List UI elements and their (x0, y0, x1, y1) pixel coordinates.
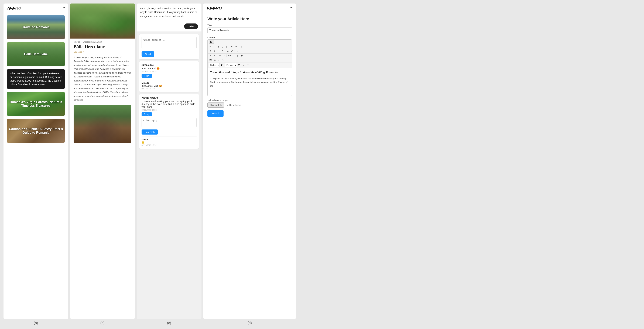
panel-b-bottom-image-overlay (74, 105, 132, 143)
blockquote-button[interactable]: ❝❝ (228, 54, 232, 58)
editor-paragraph: 1. Explore the Rich History: Romania is … (210, 77, 289, 88)
panel-b-body: Tucked away in the picturesque Cerna Val… (70, 56, 135, 105)
article-title-2: Băile Herculane (22, 51, 49, 58)
underline-button[interactable]: U (217, 50, 220, 53)
article-overlay-4: Romania's Virgin Forests: Nature's Timel… (7, 92, 65, 116)
help-button[interactable]: ? (246, 64, 250, 67)
submit-button[interactable]: Submit (208, 110, 224, 117)
choose-file-button[interactable]: Choose File (208, 102, 224, 108)
unlike-button-row: Unlike (137, 21, 202, 32)
indent-button[interactable]: ∗ (218, 54, 222, 58)
editor-toolbar: ⊞ ✂ ⧉ ⊞ ⊟ ⊞ ↩ ↪ ⌂ - (208, 40, 292, 96)
toolbar-sep-8 (241, 64, 242, 66)
editor-content: 1. Explore the Rich History: Romania is … (210, 77, 288, 87)
superscript-button[interactable]: x² (230, 50, 234, 53)
panel-c-top-text: nature, history, and relaxation intersec… (137, 4, 202, 21)
outdent-button[interactable]: ⇥ (222, 54, 226, 58)
article-card-5[interactable]: Caution on Cuisine: A Savvy Eater's Guid… (7, 118, 65, 143)
comment-1-reply-button[interactable]: Reply (142, 74, 152, 78)
hr-button[interactable]: — (232, 54, 236, 58)
article-title-4: Romania's Virgin Forests: Nature's Timel… (7, 99, 65, 109)
styles-arrow: ▼ (220, 64, 223, 67)
comment-2-reply-button[interactable]: Reply (142, 112, 152, 116)
redo-button[interactable]: ↪ (234, 45, 238, 48)
panel-d-content: Write your Article Here Title Content ⊞ … (203, 13, 296, 120)
source-button[interactable]: ⊞ (209, 40, 214, 44)
panel-b-label: (b) (100, 321, 104, 325)
bold-button[interactable]: B (209, 50, 212, 53)
align-button[interactable]: ≡ (217, 59, 220, 62)
toolbar-row-1: ✂ ⧉ ⊞ ⊟ ⊞ ↩ ↪ ⌂ - (208, 44, 292, 49)
comment-2-reply-date: 02/11/2023 10:52 (142, 144, 196, 146)
styles-select[interactable]: Styles (209, 63, 220, 67)
cut-button[interactable]: ✂ (209, 45, 212, 48)
ul-button[interactable]: ≡ (213, 54, 216, 58)
hamburger-d[interactable]: ≡ (290, 6, 292, 10)
panel-a-header: V▶▶RO ≡ (4, 4, 68, 13)
comment-2-post-reply-button[interactable]: Post reply (142, 130, 158, 134)
article-overlay-5: Caution on Cuisine: A Savvy Eater's Guid… (7, 118, 65, 143)
panel-b: 5 Likes Created: 02/13/2023 Băile Hercul… (70, 4, 135, 319)
content-label: Content (208, 36, 292, 39)
italic-button[interactable]: I (213, 50, 216, 53)
comment-2-reply-author: Miss K (142, 138, 196, 141)
toolbar-sep-5 (217, 54, 217, 57)
panel-b-created: Created: 02/13/2023 (82, 41, 102, 43)
comment-1-reply-author: Miss K (142, 82, 196, 84)
comment-card-2: Karina Nazare I recommend making your ow… (139, 94, 199, 149)
comment-2-reply-input[interactable] (142, 118, 196, 127)
send-button[interactable]: Send (142, 51, 154, 57)
editor-top-bar: ⊞ (208, 40, 292, 44)
panel-b-likes: 5 Likes (74, 41, 80, 43)
comment-2-author[interactable]: Karina Nazare (142, 96, 196, 99)
article-title-5: Caution on Cuisine: A Savvy Eater's Guid… (7, 126, 65, 136)
paste-text-button[interactable]: ⊟ (221, 45, 224, 48)
find-button[interactable]: ⌂ (240, 45, 243, 48)
comment-input[interactable] (142, 36, 196, 49)
comment-2-reply-block: Miss K 😄 02/11/2023 10:52 (142, 136, 196, 146)
collapse-button[interactable]: ⤢ (242, 64, 246, 67)
comment-1-text: Just beautiful 😍 (142, 67, 196, 70)
panel-c: nature, history, and relaxation intersec… (137, 4, 202, 319)
editor-italic-heading: Travel tips and things to do while visit… (210, 70, 289, 75)
format-select[interactable]: Format (225, 63, 237, 67)
toolbar-row-4: 🖼 ⊞ ≡ Ω (208, 58, 292, 63)
comment-1-author[interactable]: Simple Me (142, 64, 196, 66)
logo-a: V▶▶RO (6, 6, 22, 10)
replace-button[interactable]: - (244, 45, 247, 48)
comment-1-date: 25/25/2023 06:25 (142, 70, 196, 73)
write-article-title: Write your Article Here (208, 17, 292, 21)
toolbar-row-5: Styles ▼ Format ▼ ⤢ ? (208, 63, 292, 68)
italic2-button[interactable]: Iₓ (236, 50, 239, 53)
title-input[interactable] (208, 27, 292, 33)
article-card-2[interactable]: Băile Herculane (7, 42, 65, 66)
panel-b-title: Băile Herculane (70, 44, 135, 50)
rtl-button[interactable]: ➤ (236, 54, 240, 58)
unlike-button[interactable]: Unlike (184, 24, 198, 29)
hamburger-a[interactable]: ≡ (63, 6, 66, 10)
panel-d-header: V▶▶RO ≡ (203, 4, 296, 13)
flag-button[interactable]: ⚑ (240, 54, 244, 58)
article-title-1: Travel to Romania (21, 24, 51, 30)
source-icon: ⊞ (210, 41, 212, 43)
paste-word-button[interactable]: ⊞ (225, 45, 228, 48)
special-char-button[interactable]: Ω (221, 59, 224, 62)
copy-button[interactable]: ⧉ (213, 45, 216, 48)
paste-button[interactable]: ⊞ (217, 45, 220, 48)
editor-body[interactable]: Travel tips and things to do while visit… (208, 68, 292, 96)
article-card-1[interactable]: Travel to Romania (7, 15, 65, 40)
panel-b-meta: 5 Likes Created: 02/13/2023 (70, 38, 135, 44)
image-button[interactable]: 🖼 (209, 59, 212, 62)
panel-b-author[interactable]: By: Miss K (70, 50, 135, 56)
toolbar-sep-6 (226, 54, 227, 57)
subscript-button[interactable]: x₂ (226, 50, 230, 53)
panel-b-top-image-overlay (70, 4, 135, 38)
strikethrough-button[interactable]: S (221, 50, 224, 53)
upload-row: Choose File no file selected (208, 102, 292, 108)
undo-button[interactable]: ↩ (230, 45, 234, 48)
comment-2-date: 22/08/2023 06:58 (142, 109, 196, 111)
article-card-4[interactable]: Romania's Virgin Forests: Nature's Timel… (7, 92, 65, 116)
ol-button[interactable]: ≡ (209, 54, 212, 58)
table-button[interactable]: ⊞ (213, 59, 216, 62)
article-text-content: When we think of ancient Europe, the Gre… (10, 72, 62, 86)
